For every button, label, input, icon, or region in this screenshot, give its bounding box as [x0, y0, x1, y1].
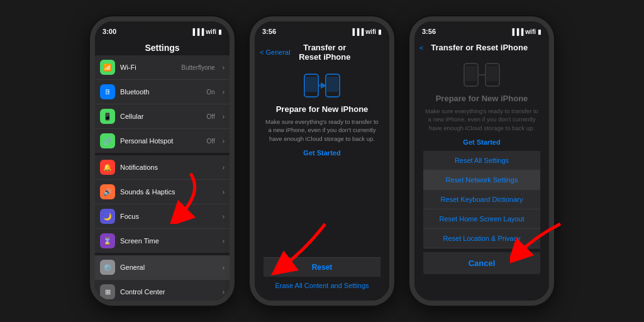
- volume-down-button-2: [250, 96, 251, 113]
- svg-rect-5: [465, 66, 477, 81]
- volume-up-button-3: [409, 72, 411, 89]
- cellular-icon: 📱: [100, 109, 115, 124]
- settings-item-focus[interactable]: 🌙 Focus ›: [95, 204, 230, 229]
- sounds-icon: 🔊: [100, 184, 115, 199]
- hotspot-label: Personal Hotspot: [120, 137, 202, 145]
- reset-all-settings-option[interactable]: Reset All Settings: [423, 151, 540, 170]
- settings-item-hotspot[interactable]: 🔗 Personal Hotspot Off ›: [95, 129, 230, 153]
- focus-chevron: ›: [223, 213, 225, 220]
- general-icon: ⚙️: [100, 260, 115, 275]
- settings-item-general[interactable]: ⚙️ General ›: [95, 255, 230, 280]
- settings-item-bluetooth[interactable]: 𝔹 Bluetooth On ›: [95, 80, 230, 104]
- battery-icon-2: ▮: [378, 28, 382, 35]
- status-time-1: 3:00: [103, 28, 116, 35]
- prepare-desc: Make sure everything's ready to transfer…: [264, 118, 380, 143]
- wifi-status-icon-2: wifi: [365, 28, 376, 35]
- status-icons-1: ▐▐▐ wifi ▮: [191, 28, 222, 35]
- nav-title-2: Transfer or Reset iPhone: [294, 43, 355, 62]
- notifications-label: Notifications: [120, 164, 218, 171]
- svg-rect-3: [327, 77, 338, 92]
- sounds-label: Sounds & Haptics: [120, 188, 218, 196]
- general-label: General: [120, 264, 218, 271]
- focus-label: Focus: [120, 213, 218, 220]
- settings-item-screentime[interactable]: ⌛ Screen Time ›: [95, 229, 230, 253]
- hotspot-value: Off: [207, 138, 215, 145]
- transfer-phones-svg: [303, 72, 341, 99]
- nav-bar-3: < Transfer or Reset iPhone: [414, 39, 549, 56]
- cellular-value: Off: [207, 113, 215, 120]
- reset-location-option[interactable]: Reset Location & Privacy: [423, 229, 540, 248]
- reset-button[interactable]: Reset: [264, 257, 380, 277]
- prepare-desc-3: Make sure everything's ready to transfer…: [423, 107, 540, 132]
- settings-page-title: Settings: [95, 39, 230, 55]
- reset-keyboard-option[interactable]: Reset Keyboard Dictionary: [423, 190, 540, 209]
- status-time-2: 3:56: [262, 28, 276, 35]
- settings-list: 📶 Wi-Fi Butterflyone › 𝔹 Bluetooth On › …: [95, 55, 230, 301]
- screentime-chevron: ›: [223, 238, 225, 245]
- settings-section-network: 📶 Wi-Fi Butterflyone › 𝔹 Bluetooth On › …: [95, 55, 230, 153]
- settings-section-general: ⚙️ General › ⊞ Control Center › ☀ Displa…: [95, 255, 230, 301]
- power-button: [233, 84, 235, 116]
- controlcenter-icon: ⊞: [100, 284, 115, 299]
- phone-1-shell: 3:00 ▐▐▐ wifi ▮ Settings 📶 Wi-Fi Butterf…: [90, 16, 235, 306]
- volume-down-button-3: [409, 96, 411, 113]
- settings-item-notifications[interactable]: 🔔 Notifications ›: [95, 155, 230, 180]
- wifi-value: Butterflyone: [181, 64, 214, 71]
- settings-item-cellular[interactable]: 📱 Cellular Off ›: [95, 104, 230, 129]
- general-chevron: ›: [223, 264, 225, 271]
- prepare-title: Prepare for New iPhone: [276, 104, 369, 114]
- bluetooth-value: On: [206, 89, 214, 96]
- phone-2: 3:56 ▐▐▐ wifi ▮ < General Transfer or Re…: [250, 16, 394, 306]
- settings-item-wifi[interactable]: 📶 Wi-Fi Butterflyone ›: [95, 55, 230, 80]
- transfer-screen: < General Transfer or Reset iPhone: [255, 39, 389, 301]
- battery-icon: ▮: [218, 28, 222, 35]
- reset-network-settings-option[interactable]: Reset Network Settings: [423, 170, 540, 190]
- reset-options-screen: < Transfer or Reset iPhone Prepare for N…: [414, 39, 549, 301]
- nav-title-3: Transfer or Reset iPhone: [427, 43, 531, 52]
- settings-screen: Settings 📶 Wi-Fi Butterflyone › 𝔹 Blueto…: [95, 39, 230, 301]
- settings-item-controlcenter[interactable]: ⊞ Control Center ›: [95, 280, 230, 301]
- focus-icon: 🌙: [100, 209, 115, 224]
- reset-homescreen-option[interactable]: Reset Home Screen Layout: [423, 209, 540, 229]
- status-icons-3: ▐▐▐ wifi ▮: [510, 28, 541, 35]
- signal-icon-2: ▐▐▐: [350, 28, 364, 35]
- back-button-3[interactable]: <: [419, 44, 423, 52]
- power-button-3: [553, 84, 554, 116]
- transfer-content-3: Prepare for New iPhone Make sure everyth…: [414, 56, 549, 301]
- bluetooth-label: Bluetooth: [120, 88, 201, 96]
- transfer-phones-svg-3: [463, 61, 501, 89]
- signal-icon: ▐▐▐: [191, 28, 204, 35]
- wifi-status-icon: wifi: [206, 28, 216, 35]
- battery-icon-3: ▮: [538, 28, 541, 35]
- reset-options-panel: Reset All Settings Reset Network Setting…: [423, 151, 540, 274]
- svg-rect-1: [306, 77, 317, 92]
- screentime-icon: ⌛: [100, 233, 115, 248]
- signal-icon-3: ▐▐▐: [510, 28, 523, 35]
- status-icons-2: ▐▐▐ wifi ▮: [350, 28, 382, 35]
- prepare-title-3: Prepare for New iPhone: [436, 94, 528, 103]
- transfer-content: Prepare for New iPhone Make sure everyth…: [255, 65, 389, 301]
- transfer-icon-3: [463, 61, 501, 89]
- notifications-chevron: ›: [223, 164, 225, 171]
- get-started-link[interactable]: Get Started: [303, 149, 340, 157]
- cancel-button[interactable]: Cancel: [423, 252, 540, 274]
- wifi-status-icon-3: wifi: [525, 28, 536, 35]
- erase-button[interactable]: Erase All Content and Settings: [264, 277, 380, 294]
- svg-rect-7: [487, 66, 498, 81]
- notch-2: [297, 21, 347, 35]
- wifi-icon: 📶: [100, 60, 115, 75]
- back-button-2[interactable]: < General: [260, 48, 291, 56]
- wifi-chevron: ›: [223, 64, 225, 71]
- phone-2-shell: 3:56 ▐▐▐ wifi ▮ < General Transfer or Re…: [250, 16, 394, 306]
- volume-down-button: [90, 96, 91, 113]
- power-button-2: [393, 84, 394, 116]
- get-started-link-3[interactable]: Get Started: [463, 138, 500, 146]
- settings-item-sounds[interactable]: 🔊 Sounds & Haptics ›: [95, 180, 230, 204]
- controlcenter-chevron: ›: [223, 289, 225, 296]
- controlcenter-label: Control Center: [120, 288, 218, 296]
- hotspot-chevron: ›: [223, 138, 225, 145]
- phone-1: 3:00 ▐▐▐ wifi ▮ Settings 📶 Wi-Fi Butterf…: [90, 16, 235, 306]
- wifi-label: Wi-Fi: [120, 64, 176, 71]
- sounds-chevron: ›: [223, 189, 225, 196]
- volume-up-button: [90, 72, 91, 89]
